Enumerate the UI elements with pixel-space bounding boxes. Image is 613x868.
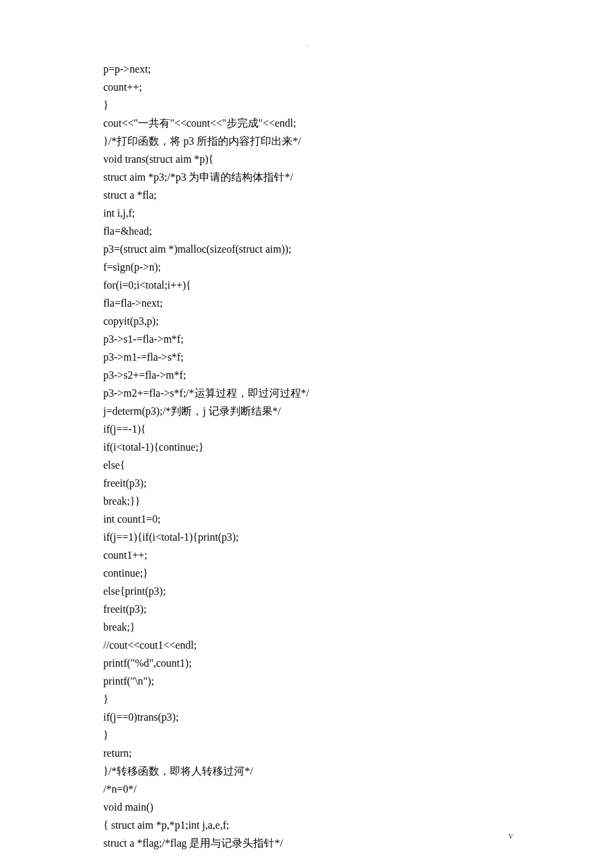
page-number: v: [508, 831, 513, 841]
code-line: if(j==0)trans(p3);: [103, 708, 510, 726]
code-line: }: [103, 690, 510, 708]
code-line: struct a *fla;: [103, 186, 510, 204]
code-line: break;}: [103, 618, 510, 636]
code-line: printf("\n");: [103, 672, 510, 690]
code-line: }/*打印函数，将 p3 所指的内容打印出来*/: [103, 132, 510, 150]
code-line: count++;: [103, 78, 510, 96]
code-line: printf("%d",count1);: [103, 654, 510, 672]
code-line: void main(): [103, 798, 510, 816]
code-line: p3=(struct aim *)malloc(sizeof(struct ai…: [103, 240, 510, 258]
code-line: struct a *flag;/*flag 是用与记录头指针*/: [103, 834, 510, 852]
code-line: }/*转移函数，即将人转移过河*/: [103, 762, 510, 780]
code-line: for(i=0;i<total;i++){: [103, 276, 510, 294]
code-line: }: [103, 726, 510, 744]
code-line: p3->m2+=fla->s*f;/*运算过程，即过河过程*/: [103, 384, 510, 402]
code-line: p3->s2+=fla->m*f;: [103, 366, 510, 384]
code-line: /*n=0*/: [103, 780, 510, 798]
code-line: else{print(p3);: [103, 582, 510, 600]
code-line: int count1=0;: [103, 510, 510, 528]
code-line: f=sign(p->n);: [103, 258, 510, 276]
code-line: break;}}: [103, 492, 510, 510]
code-line: p=p->next;: [103, 60, 510, 78]
header-dot: .: [306, 40, 308, 47]
code-line: struct aim *p3;/*p3 为申请的结构体指针*/: [103, 168, 510, 186]
code-line: }: [103, 96, 510, 114]
code-line: fla=fla->next;: [103, 294, 510, 312]
code-line: else{: [103, 456, 510, 474]
code-line: void trans(struct aim *p){: [103, 150, 510, 168]
code-line: if(j==1){if(i<total-1){print(p3);: [103, 528, 510, 546]
code-line: continue;}: [103, 564, 510, 582]
code-line: p3->m1-=fla->s*f;: [103, 348, 510, 366]
code-line: { struct aim *p,*p1;int j,a,e,f;: [103, 816, 510, 834]
code-line: int i,j,f;: [103, 204, 510, 222]
code-line: cout<<"一共有"<<count<<"步完成"<<endl;: [103, 114, 510, 132]
code-line: p3->s1-=fla->m*f;: [103, 330, 510, 348]
footer-dot: .: [123, 834, 125, 841]
code-line: if(j==-1){: [103, 420, 510, 438]
code-line: if(i<total-1){continue;}: [103, 438, 510, 456]
code-line: return;: [103, 744, 510, 762]
code-line: count1++;: [103, 546, 510, 564]
code-line: //cout<<cout1<<endl;: [103, 636, 510, 654]
code-line: freeit(p3);: [103, 600, 510, 618]
code-block: p=p->next; count++; } cout<<"一共有"<<count…: [0, 0, 510, 852]
code-line: copyit(p3,p);: [103, 312, 510, 330]
code-line: freeit(p3);: [103, 474, 510, 492]
code-line: j=determ(p3);/*判断，j 记录判断结果*/: [103, 402, 510, 420]
code-line: fla=&head;: [103, 222, 510, 240]
